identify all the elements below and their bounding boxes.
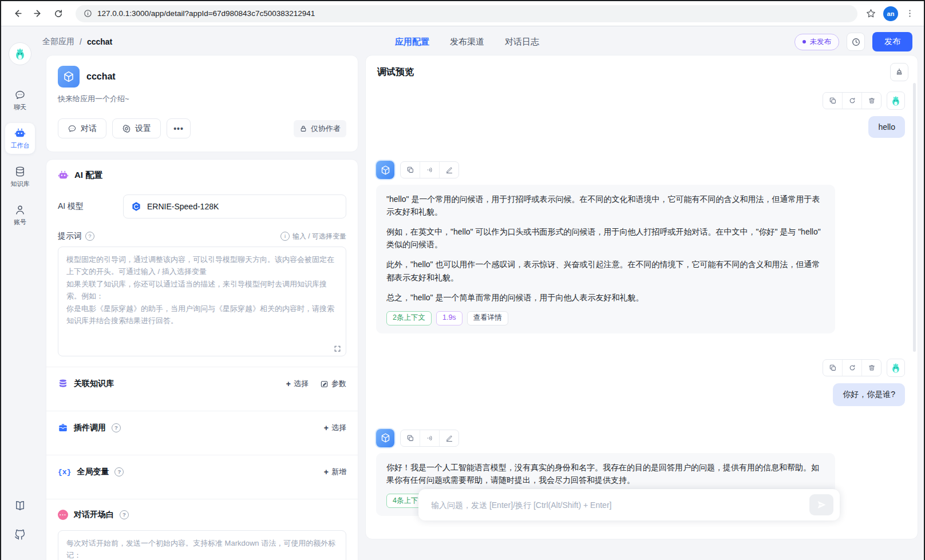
response-time-badge[interactable]: 1.9s — [436, 311, 462, 325]
url-bar[interactable]: 127.0.0.1:3000/app/detail?appId=67d98084… — [76, 5, 857, 22]
settings-button-label: 设置 — [135, 124, 151, 134]
message-tool-group — [823, 92, 881, 109]
user-avatar[interactable] — [9, 42, 31, 65]
publish-button[interactable]: 发布 — [872, 32, 912, 51]
tab-app-config[interactable]: 应用配置 — [395, 37, 429, 47]
chat-input[interactable] — [430, 500, 809, 510]
github-icon[interactable] — [14, 528, 26, 541]
variables-title-group: {x} 全局变量 ? — [58, 467, 124, 477]
settings-button[interactable]: 设置 — [112, 118, 161, 138]
url-text[interactable]: 127.0.0.1:3000/app/detail?appId=67d98084… — [97, 9, 315, 18]
broom-icon — [895, 67, 904, 77]
copy-icon[interactable] — [823, 360, 842, 376]
collaborator-badge[interactable]: 仅协作者 — [294, 120, 346, 137]
dataset-select-label: 选择 — [294, 379, 309, 389]
question-icon[interactable]: ? — [114, 467, 124, 476]
retry-icon[interactable] — [842, 93, 861, 109]
app-cube-icon — [58, 66, 80, 88]
user-message: 你好，你是谁? — [376, 359, 905, 406]
breadcrumb-root[interactable]: 全部应用 — [42, 37, 74, 47]
view-detail-badge[interactable]: 查看详情 — [467, 311, 508, 325]
history-button[interactable] — [847, 33, 865, 51]
prompt-row: 提示词 ? i 输入 / 可选择变量 — [58, 231, 346, 241]
welcome-textarea[interactable] — [58, 530, 346, 560]
plugin-actions: +选择 — [324, 423, 346, 433]
left-column: ccchat 快来给应用一个介绍~ 对话 设置 ••• 仅协作者 — [46, 55, 358, 560]
plugin-select-label: 选择 — [331, 423, 346, 433]
nav-rail-bottom — [14, 499, 26, 541]
copy-icon[interactable] — [401, 162, 420, 178]
question-icon[interactable]: ? — [85, 232, 94, 241]
message-tool-group — [400, 161, 459, 178]
bookmark-star-icon[interactable] — [865, 8, 876, 19]
breadcrumb-separator: / — [80, 37, 82, 46]
question-icon[interactable]: ? — [120, 510, 129, 519]
prompt-textarea[interactable] — [58, 247, 346, 356]
plugin-title-group: 插件调用 ? — [58, 423, 121, 433]
question-icon[interactable]: ? — [112, 423, 121, 432]
model-select[interactable]: ERNIE-Speed-128K — [123, 194, 346, 219]
copy-icon[interactable] — [401, 430, 420, 446]
retry-icon[interactable] — [842, 360, 861, 376]
chat-panel-title: 调试预览 — [377, 66, 414, 78]
variables-row: {x} 全局变量 ? +新增 — [58, 455, 346, 488]
tts-sound-icon[interactable] — [420, 162, 439, 178]
expand-icon[interactable] — [334, 345, 341, 352]
delete-icon[interactable] — [861, 93, 881, 109]
ai-avatar — [376, 161, 394, 179]
app-description[interactable]: 快来给应用一个介绍~ — [58, 94, 346, 104]
chat-input-bar — [418, 489, 840, 521]
more-button[interactable]: ••• — [167, 118, 191, 138]
braces-icon: {x} — [58, 468, 71, 476]
dataset-row: 关联知识库 +选择 参数 — [58, 367, 346, 400]
user-message-toolbar — [823, 359, 905, 377]
dataset-select-button[interactable]: +选择 — [286, 379, 309, 389]
site-info-icon[interactable] — [84, 9, 92, 18]
browser-toolbar: 127.0.0.1:3000/app/detail?appId=67d98084… — [1, 1, 924, 26]
chat-scrollbar[interactable] — [913, 83, 916, 352]
ai-paragraph: 此外，"hello" 也可以用作一个感叹词，表示惊讶、兴奋或引起注意。在不同的情… — [386, 258, 825, 283]
ai-config-section-title: AI 配置 — [58, 170, 346, 181]
tab-chat-logs[interactable]: 对话日志 — [505, 37, 539, 47]
delete-icon[interactable] — [861, 360, 881, 376]
sidebar-item-workbench[interactable]: 工作台 — [5, 123, 35, 154]
copy-icon[interactable] — [823, 93, 842, 109]
app-name: ccchat — [86, 72, 116, 82]
tab-publish-channel[interactable]: 发布渠道 — [450, 37, 484, 47]
user-message: hello — [376, 92, 905, 138]
message-tool-group — [823, 359, 881, 376]
app-title-row: ccchat — [58, 66, 346, 88]
send-button[interactable] — [809, 494, 833, 515]
back-icon[interactable] — [8, 5, 26, 23]
screen: 127.0.0.1:3000/app/detail?appId=67d98084… — [0, 0, 925, 560]
status-badge: 未发布 — [794, 34, 840, 50]
browser-window: 127.0.0.1:3000/app/detail?appId=67d98084… — [1, 1, 924, 560]
context-count-badge[interactable]: 2条上下文 — [386, 311, 432, 325]
prompt-label: 提示词 — [58, 231, 82, 241]
sidebar-item-label: 聊天 — [14, 103, 26, 112]
robot-icon — [14, 128, 26, 139]
dataset-params-button[interactable]: 参数 — [320, 379, 346, 389]
chat-button[interactable]: 对话 — [58, 118, 106, 138]
sidebar-item-chat[interactable]: 聊天 — [5, 85, 35, 116]
docs-book-icon[interactable] — [14, 499, 26, 512]
clear-chat-button[interactable] — [890, 63, 908, 81]
plugin-title: 插件调用 — [74, 423, 106, 433]
ai-config-title: AI 配置 — [74, 170, 102, 181]
tts-sound-icon[interactable] — [420, 430, 439, 446]
reload-icon[interactable] — [49, 5, 68, 23]
database-icon — [58, 379, 68, 389]
variables-title: 全局变量 — [77, 467, 109, 477]
browser-profile-avatar[interactable]: an — [883, 6, 898, 21]
edit-icon[interactable] — [439, 162, 458, 178]
sidebar-item-account[interactable]: 账号 — [5, 200, 35, 231]
edit-icon[interactable] — [439, 430, 458, 446]
page-header: 全部应用 / ccchat 应用配置 发布渠道 对话日志 未发布 发布 — [39, 26, 924, 57]
database-icon — [14, 166, 26, 177]
browser-menu-icon[interactable] — [905, 9, 915, 18]
forward-icon[interactable] — [29, 5, 47, 23]
variables-add-button[interactable]: +新增 — [324, 467, 346, 477]
sidebar-item-dataset[interactable]: 知识库 — [5, 161, 35, 192]
plugin-select-button[interactable]: +选择 — [324, 423, 346, 433]
plus-icon: + — [286, 379, 291, 388]
